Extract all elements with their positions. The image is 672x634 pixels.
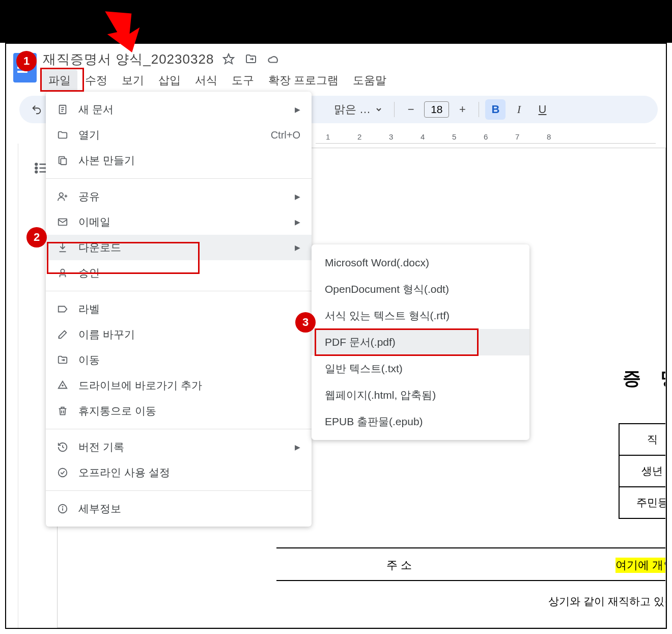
document-heading: 증 명 <box>623 366 666 391</box>
history-icon <box>56 440 69 454</box>
person-add-icon <box>56 190 69 203</box>
submenu-arrow-icon: ▶ <box>295 218 300 226</box>
menu-label: 새 문서 <box>78 102 286 117</box>
menu-label: 열기 <box>78 128 262 142</box>
star-icon[interactable] <box>221 51 236 67</box>
address-label: 주 소 <box>386 558 412 573</box>
keyboard-shortcut: Ctrl+O <box>271 129 300 141</box>
submenu-item-rtf[interactable]: 서식 있는 텍스트 형식(.rtf) <box>312 302 529 329</box>
info-icon <box>56 502 69 515</box>
chevron-down-icon <box>376 106 382 113</box>
undo-button[interactable] <box>26 99 47 120</box>
menu-view[interactable]: 보기 <box>115 70 151 91</box>
submenu-label: Microsoft Word(.docx) <box>325 257 429 269</box>
email-icon <box>56 215 69 229</box>
download-icon <box>56 241 69 254</box>
underline-button[interactable]: U <box>532 99 552 120</box>
offline-icon <box>56 466 69 479</box>
drive-shortcut-icon <box>56 379 69 392</box>
submenu-arrow-icon: ▶ <box>295 443 300 451</box>
menu-item-new-document[interactable]: 새 문서 ▶ <box>46 97 312 122</box>
submenu-item-txt[interactable]: 일반 텍스트(.txt) <box>312 355 529 382</box>
font-family-selector[interactable]: 맑은 … <box>328 102 388 117</box>
svg-point-13 <box>60 193 63 197</box>
annotation-badge-3: 3 <box>295 312 316 333</box>
menu-file[interactable]: 파일 <box>42 70 77 91</box>
menu-item-email[interactable]: 이메일 ▶ <box>46 209 312 235</box>
bold-button[interactable]: B <box>485 99 506 120</box>
download-submenu: Microsoft Word(.docx) OpenDocument 형식(.o… <box>312 244 529 440</box>
submenu-item-docx[interactable]: Microsoft Word(.docx) <box>312 250 529 276</box>
svg-point-17 <box>61 269 64 273</box>
menu-item-label[interactable]: 라벨 <box>46 296 312 322</box>
horizontal-ruler[interactable]: 1 2 3 4 5 6 7 8 <box>316 130 656 144</box>
submenu-item-odt[interactable]: OpenDocument 형식(.odt) <box>312 276 529 302</box>
menu-bar: 파일 수정 보기 삽입 서식 도구 확장 프로그램 도움말 <box>42 69 666 92</box>
font-size-input[interactable]: 18 <box>424 101 449 118</box>
menu-label: 휴지통으로 이동 <box>78 404 300 418</box>
submenu-item-html[interactable]: 웹페이지(.html, 압축됨) <box>312 382 529 408</box>
menu-edit[interactable]: 수정 <box>78 70 114 91</box>
cloud-status-icon[interactable] <box>266 51 281 67</box>
menu-item-make-copy[interactable]: 사본 만들기 <box>46 148 312 173</box>
menu-item-rename[interactable]: 이름 바꾸기 <box>46 322 312 347</box>
font-size-decrease[interactable]: − <box>401 99 421 120</box>
vertical-ruler[interactable] <box>6 144 18 628</box>
menu-label: 버전 기록 <box>78 440 286 454</box>
submenu-arrow-icon: ▶ <box>295 243 300 252</box>
menu-item-trash[interactable]: 휴지통으로 이동 <box>46 398 312 424</box>
move-folder-icon[interactable] <box>243 51 259 67</box>
document-icon <box>56 103 69 116</box>
svg-point-22 <box>59 468 67 477</box>
submenu-label: PDF 문서(.pdf) <box>325 335 396 349</box>
address-value-highlighted: 여기에 개인의 <box>615 558 666 573</box>
menu-label: 승인 <box>78 266 300 280</box>
menu-divider <box>46 291 312 291</box>
menu-insert[interactable]: 삽입 <box>152 70 187 91</box>
menu-divider <box>46 429 312 429</box>
submenu-arrow-icon: ▶ <box>295 192 300 201</box>
menu-label: 이동 <box>78 353 300 367</box>
menu-tools[interactable]: 도구 <box>225 70 261 91</box>
svg-point-25 <box>63 507 63 507</box>
submenu-item-epub[interactable]: EPUB 출판물(.epub) <box>312 408 529 435</box>
table-cell: 생년 <box>619 455 666 487</box>
menu-item-approval[interactable]: 승인 <box>46 260 312 286</box>
menu-item-add-shortcut[interactable]: 드라이브에 바로가기 추가 <box>46 373 312 398</box>
menu-item-details[interactable]: 세부정보 <box>46 496 312 521</box>
toolbar-separator <box>394 102 395 117</box>
toolbar-separator <box>479 102 479 117</box>
annotation-badge-1: 1 <box>16 51 37 71</box>
menu-item-move[interactable]: 이동 <box>46 347 312 373</box>
menu-divider <box>46 490 312 491</box>
submenu-label: 서식 있는 텍스트 형식(.rtf) <box>325 309 450 323</box>
menu-item-download[interactable]: 다운로드 ▶ <box>46 235 312 260</box>
menu-label: 사본 만들기 <box>78 153 300 168</box>
submenu-label: EPUB 출판물(.epub) <box>325 415 423 429</box>
app-frame: 재직증명서 양식_20230328 파일 수정 보기 삽입 서식 도구 확장 프… <box>5 43 667 629</box>
menu-label: 이메일 <box>78 215 286 229</box>
menu-item-version-history[interactable]: 버전 기록 ▶ <box>46 434 312 460</box>
copy-icon <box>56 154 69 167</box>
italic-button[interactable]: I <box>509 99 529 120</box>
font-size-increase[interactable]: + <box>452 99 472 120</box>
move-folder-icon <box>56 353 69 367</box>
menu-format[interactable]: 서식 <box>188 70 224 91</box>
menu-extensions[interactable]: 확장 프로그램 <box>262 70 345 91</box>
annotation-badge-2: 2 <box>26 227 47 247</box>
submenu-label: 웹페이지(.html, 압축됨) <box>325 388 436 402</box>
menu-item-open[interactable]: 열기 Ctrl+O <box>46 122 312 148</box>
font-family-label: 맑은 … <box>334 102 371 117</box>
menu-item-offline[interactable]: 오프라인 사용 설정 <box>46 460 312 485</box>
menu-label: 공유 <box>78 189 286 204</box>
svg-point-6 <box>35 171 37 173</box>
submenu-item-pdf[interactable]: PDF 문서(.pdf) <box>312 329 529 355</box>
table-cell: 직 <box>619 424 666 455</box>
menu-label: 세부정보 <box>78 502 300 516</box>
red-arrow-annotation <box>89 0 165 56</box>
svg-rect-12 <box>61 158 66 164</box>
menu-item-share[interactable]: 공유 ▶ <box>46 184 312 209</box>
submenu-label: OpenDocument 형식(.odt) <box>325 282 449 296</box>
table-divider <box>276 547 666 548</box>
menu-help[interactable]: 도움말 <box>346 70 393 91</box>
